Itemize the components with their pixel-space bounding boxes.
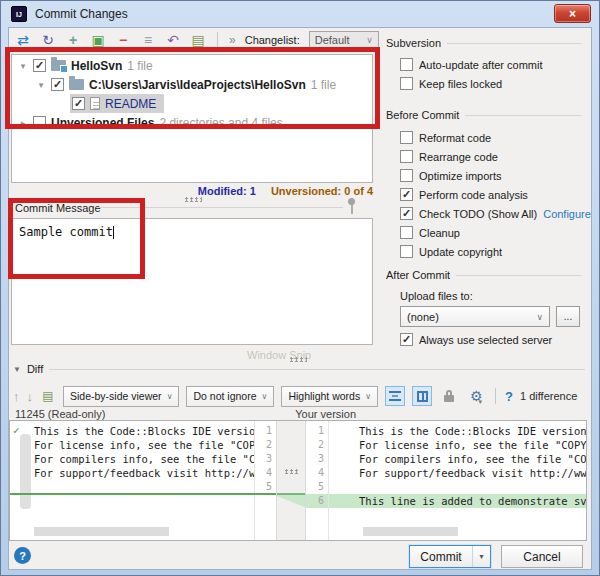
checkbox[interactable] (400, 77, 413, 90)
move-changelist-icon[interactable]: ▣ (90, 32, 106, 48)
create-patch-icon[interactable]: ▤ (190, 32, 206, 48)
added-code-line: This line is added to demonstrate svn (329, 494, 586, 508)
browse-servers-button[interactable]: ... (556, 306, 580, 327)
tree-row-changelist[interactable]: ▾ ✓ HelloSvn 1 file (12, 56, 372, 75)
tree-row-detail: 1 file (127, 59, 152, 73)
show-diff-icon[interactable]: ⇄ (15, 32, 31, 48)
remove-icon[interactable]: − (115, 32, 131, 48)
option-update-copyright[interactable]: Update copyright (400, 245, 502, 258)
tree-checkbox[interactable]: ✓ (72, 97, 85, 110)
section-before-commit: Before Commit (386, 109, 581, 121)
unversioned-count: Unversioned: 0 of 4 (271, 185, 373, 197)
ignore-policy-dropdown[interactable]: Do not ignore ∨ (186, 386, 274, 407)
section-title: Subversion (386, 37, 441, 49)
folder-icon (69, 79, 84, 90)
option-check-todo[interactable]: ✓ Check TODO (Show All) Configure (400, 207, 591, 220)
checkbox[interactable] (400, 58, 413, 71)
refresh-icon[interactable]: ↻ (40, 32, 56, 48)
splitter-handle[interactable] (184, 197, 202, 202)
code-line: For compilers info, see the file "COMP (329, 452, 586, 466)
checkbox[interactable] (400, 150, 413, 163)
previous-difference-icon[interactable]: ↑ (13, 389, 20, 404)
diff-pane-captions: 11245 (Read-only) Your version (13, 408, 585, 420)
diff-viewer: ✓ This is the Code::Blocks IDE versio Fo… (9, 420, 587, 541)
chevron-expanded-icon[interactable]: ▾ (36, 80, 46, 90)
sync-scroll-panes-icon[interactable] (412, 386, 432, 406)
checkbox[interactable]: ✓ (400, 188, 413, 201)
diff-help-icon[interactable]: ? (505, 389, 513, 404)
cancel-button[interactable]: Cancel (501, 545, 583, 568)
divider-grip-icon[interactable] (284, 469, 300, 474)
checkbox[interactable] (400, 131, 413, 144)
checkbox[interactable]: ✓ (400, 333, 413, 346)
changelist-dropdown[interactable]: Default ∨ (309, 31, 379, 50)
checkbox[interactable]: ✓ (400, 207, 413, 220)
commit-message-input[interactable]: Sample commit (11, 218, 373, 345)
tree-checkbox[interactable]: ✓ (51, 78, 64, 91)
add-icon[interactable]: + (65, 32, 81, 48)
message-history-icon[interactable] (351, 200, 353, 214)
tree-row-file-readme[interactable]: ✓ README (12, 94, 372, 113)
checkbox[interactable] (400, 226, 413, 239)
toolbar-separator (217, 32, 218, 48)
diff-left-pane[interactable]: ✓ This is the Code::Blocks IDE versio Fo… (10, 421, 254, 540)
section-subversion: Subversion (386, 37, 581, 49)
lock-icon[interactable] (439, 386, 459, 406)
checkbox[interactable] (400, 245, 413, 258)
tree-checkbox[interactable]: ✓ (33, 59, 46, 72)
tree-row-detail: 2 directories and 4 files (159, 116, 282, 130)
right-horizontal-scrollbar[interactable] (363, 527, 458, 536)
chevron-expanded-icon[interactable]: ▾ (18, 61, 28, 71)
code-line: This is the Code::Blocks IDE versio (10, 424, 254, 438)
tree-row-directory[interactable]: ▾ ✓ C:\Users\Jarvis\IdeaProjects\HelloSv… (12, 75, 372, 94)
tree-checkbox[interactable] (33, 116, 46, 129)
diff-section-header[interactable]: ▼ Diff (13, 363, 585, 375)
tree-row-label: HelloSvn (71, 59, 122, 73)
next-difference-icon[interactable]: ↓ (27, 389, 34, 404)
chevron-collapsed-icon[interactable]: ▸ (18, 118, 28, 128)
collapse-icon[interactable]: ▼ (13, 365, 21, 374)
commit-button[interactable]: Commit ▾ (409, 545, 491, 568)
option-keep-locked[interactable]: Keep files locked (400, 77, 502, 90)
option-reformat-code[interactable]: Reformat code (400, 131, 491, 144)
highlight-mode-dropdown[interactable]: Highlight words ∨ (281, 386, 378, 407)
commit-message-label: Commit Message (15, 202, 101, 214)
commit-options-arrow[interactable]: ▾ (472, 546, 490, 567)
changes-tree: ▾ ✓ HelloSvn 1 file ▾ ✓ C:\Users\Jarvis\… (11, 54, 373, 183)
patch-icon[interactable]: ▤ (40, 388, 56, 404)
rollback-icon[interactable]: ↶ (165, 32, 181, 48)
tree-row-label: C:\Users\Jarvis\IdeaProjects\HelloSvn (89, 78, 306, 92)
option-code-analysis[interactable]: ✓ Perform code analysis (400, 188, 528, 201)
commit-toolbar: ⇄ ↻ + ▣ − ≡ ↶ ▤ » Changelist: Default ∨ (15, 29, 379, 51)
option-optimize-imports[interactable]: Optimize imports (400, 169, 502, 182)
collapse-unchanged-icon[interactable] (385, 386, 405, 406)
option-cleanup[interactable]: Cleanup (400, 226, 460, 239)
left-horizontal-scrollbar[interactable] (34, 527, 169, 536)
splitter-handle[interactable] (289, 357, 307, 362)
change-counts: Modified: 1 Unversioned: 0 of 4 (1, 185, 373, 197)
option-auto-update[interactable]: Auto-update after commit (400, 58, 543, 71)
configure-link[interactable]: Configure (543, 208, 591, 220)
option-always-use-server[interactable]: ✓ Always use selected server (400, 333, 552, 346)
toolbar-overflow-chevron[interactable]: » (229, 33, 236, 47)
code-line: For license info, see the file "COP (10, 438, 254, 452)
chevron-down-icon: ∨ (536, 312, 543, 322)
chevron-down-icon: ∨ (167, 392, 173, 401)
tree-row-unversioned[interactable]: ▸ Unversioned Files 2 directories and 4 … (12, 113, 372, 132)
changelist-group-icon[interactable]: ≡ (140, 32, 156, 48)
diff-title: Diff (27, 363, 43, 375)
text-caret (113, 226, 114, 239)
upload-server-dropdown[interactable]: (none) ∨ (400, 306, 550, 327)
option-rearrange-code[interactable]: Rearrange code (400, 150, 498, 163)
diff-center-divider[interactable] (276, 421, 306, 540)
diff-right-pane[interactable]: This is the Code::Blocks IDE version✓ Fo… (328, 421, 586, 540)
commit-button-label: Commit (410, 550, 472, 564)
code-line (329, 480, 586, 494)
changelist-value: Default (315, 34, 350, 46)
viewer-mode-dropdown[interactable]: Side-by-side viewer ∨ (63, 386, 179, 407)
gear-icon[interactable]: ⚙▾ (466, 386, 486, 406)
code-line: For license info, see the file "COPYI (329, 438, 586, 452)
help-button[interactable]: ? (14, 547, 31, 564)
chevron-down-icon: ∨ (365, 392, 371, 401)
checkbox[interactable] (400, 169, 413, 182)
